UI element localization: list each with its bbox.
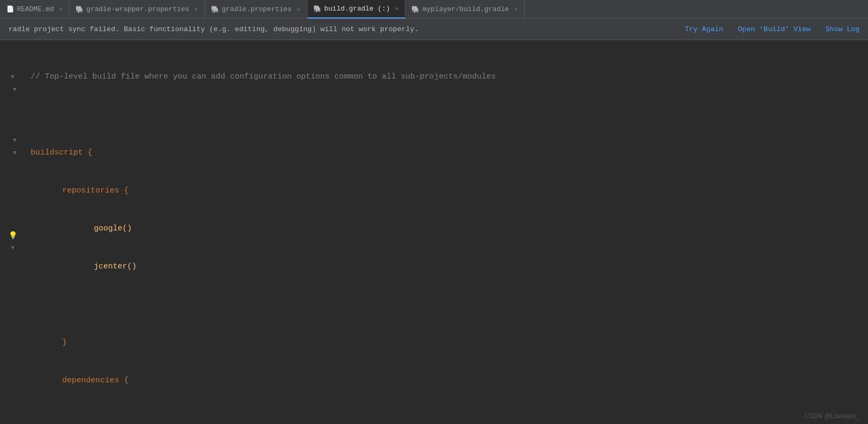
show-log-button[interactable]: Show Log [825, 25, 860, 33]
tab-bar: 📄 README.md ✕ 🐘 gradle-wrapper.propertie… [0, 0, 868, 19]
bulb-icon[interactable]: 💡 [8, 231, 17, 240]
fold-dependencies[interactable]: ▼ [0, 147, 25, 159]
fold-end[interactable]: ▼ [0, 242, 25, 254]
tab-readme[interactable]: 📄 README.md ✕ [0, 0, 70, 18]
tab-build-gradle-label: build.gradle (:) [324, 5, 390, 13]
tab-build-gradle-close[interactable]: ✕ [396, 5, 399, 12]
buildscript-line: buildscript { [31, 147, 857, 159]
watermark: CSDN @Lovelace_ [805, 412, 860, 420]
dependencies-keyword: dependencies [62, 374, 124, 387]
sync-error-banner: radle project sync failed. Basic functio… [0, 19, 868, 40]
tab-myplayer-label: myplayer/build.gradle [422, 5, 509, 13]
line-gutter: ▼ ▼ ▼ ▼ 💡 ▼ [0, 40, 25, 424]
tab-gradle-props[interactable]: 🐘 gradle.properties ✕ [205, 0, 307, 18]
close-repos-line: } [31, 336, 857, 349]
tab-myplayer-build[interactable]: 🐘 myplayer/build.gradle ✕ [406, 0, 524, 18]
build-gradle-icon: 🐘 [314, 5, 321, 13]
tab-gradle-props-close[interactable]: ✕ [297, 6, 301, 13]
dependencies-brace: { [124, 374, 129, 387]
blank-line-1 [31, 109, 857, 121]
readme-file-icon: 📄 [6, 6, 14, 13]
google-line: google() [31, 223, 857, 235]
try-again-link[interactable]: Try Again [685, 25, 724, 33]
google-func: google() [94, 223, 132, 235]
dependencies-line: dependencies { [31, 374, 857, 387]
jcenter-func: jcenter() [94, 261, 137, 273]
open-build-view-link[interactable]: Open 'Build' View [738, 25, 811, 33]
tab-gradle-wrapper[interactable]: 🐘 gradle-wrapper.properties ✕ [70, 0, 205, 18]
myplayer-icon: 🐘 [412, 6, 419, 13]
sync-error-message: radle project sync failed. Basic functio… [8, 25, 681, 33]
buildscript-keyword: buildscript [31, 147, 88, 159]
repositories-brace: { [124, 185, 129, 197]
tab-build-gradle[interactable]: 🐘 build.gradle (:) ✕ [307, 0, 406, 18]
tab-gradle-wrapper-close[interactable]: ✕ [195, 6, 198, 13]
jcenter-line: jcenter() [31, 261, 857, 273]
blank-line-2 [31, 298, 857, 311]
buildscript-brace: { [88, 147, 92, 159]
fold-close-repos[interactable]: ▼ [0, 134, 25, 147]
fold-repositories[interactable]: ▼ [0, 83, 25, 96]
gradle-props-icon: 🐘 [211, 6, 219, 13]
tab-gradle-wrapper-label: gradle-wrapper.properties [86, 5, 189, 13]
repositories-keyword: repositories [62, 185, 124, 197]
comment-top-line: // Top-level build file where you can ad… [31, 71, 857, 83]
tab-myplayer-close[interactable]: ✕ [514, 6, 518, 13]
comment-top-text: // Top-level build file where you can ad… [31, 71, 496, 83]
tab-readme-label: README.md [17, 5, 54, 13]
code-editor: ▼ ▼ ▼ ▼ 💡 ▼ // Top-level build file wher… [0, 40, 868, 424]
gradle-wrapper-icon: 🐘 [76, 6, 83, 13]
tab-gradle-props-label: gradle.properties [222, 5, 292, 13]
fold-buildscript[interactable]: ▼ [0, 71, 25, 83]
code-content: // Top-level build file where you can ad… [25, 40, 868, 424]
close-repos-brace: } [62, 336, 67, 349]
repositories-line: repositories { [31, 185, 857, 197]
tab-readme-close[interactable]: ✕ [59, 6, 63, 13]
